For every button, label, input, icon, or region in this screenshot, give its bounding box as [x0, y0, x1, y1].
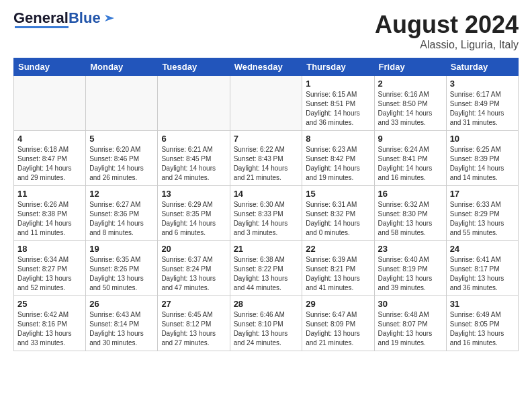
col-monday: Monday [86, 58, 158, 76]
logo: GeneralBlue [13, 11, 117, 28]
table-row [230, 76, 302, 131]
day-number: 29 [306, 299, 370, 309]
logo-underline [15, 26, 69, 28]
svg-marker-0 [105, 15, 114, 21]
day-number: 4 [17, 134, 82, 144]
table-row: 3Sunrise: 6:17 AM Sunset: 8:49 PM Daylig… [446, 76, 518, 131]
table-row: 8Sunrise: 6:23 AM Sunset: 8:42 PM Daylig… [302, 131, 374, 186]
day-number: 2 [378, 79, 443, 89]
table-row [14, 76, 86, 131]
day-info: Sunrise: 6:31 AM Sunset: 8:32 PM Dayligh… [306, 200, 370, 238]
calendar-week-row: 25Sunrise: 6:42 AM Sunset: 8:16 PM Dayli… [14, 296, 519, 351]
day-number: 10 [450, 134, 515, 144]
day-number: 17 [450, 189, 515, 199]
day-number: 28 [234, 299, 299, 309]
title-block: August 2024 Alassio, Liguria, Italy [375, 11, 519, 51]
table-row: 28Sunrise: 6:46 AM Sunset: 8:10 PM Dayli… [230, 296, 302, 351]
header: GeneralBlue August 2024 Alassio, Liguria… [13, 11, 519, 51]
table-row [86, 76, 158, 131]
day-info: Sunrise: 6:16 AM Sunset: 8:50 PM Dayligh… [378, 90, 443, 128]
day-number: 16 [378, 189, 443, 199]
table-row: 29Sunrise: 6:47 AM Sunset: 8:09 PM Dayli… [302, 296, 374, 351]
day-number: 3 [450, 79, 515, 89]
day-number: 13 [161, 189, 226, 199]
day-number: 18 [17, 244, 82, 254]
calendar-table: Sunday Monday Tuesday Wednesday Thursday… [13, 58, 519, 351]
table-row: 14Sunrise: 6:30 AM Sunset: 8:33 PM Dayli… [230, 186, 302, 241]
logo-blue: Blue [69, 9, 101, 26]
col-saturday: Saturday [446, 58, 518, 76]
calendar-header-row: Sunday Monday Tuesday Wednesday Thursday… [14, 58, 519, 76]
col-friday: Friday [374, 58, 446, 76]
day-info: Sunrise: 6:25 AM Sunset: 8:39 PM Dayligh… [450, 145, 515, 183]
day-info: Sunrise: 6:38 AM Sunset: 8:22 PM Dayligh… [234, 255, 299, 293]
day-info: Sunrise: 6:47 AM Sunset: 8:09 PM Dayligh… [306, 310, 370, 348]
day-info: Sunrise: 6:24 AM Sunset: 8:41 PM Dayligh… [378, 145, 443, 183]
day-info: Sunrise: 6:17 AM Sunset: 8:49 PM Dayligh… [450, 90, 515, 128]
main-title: August 2024 [375, 11, 519, 39]
table-row: 20Sunrise: 6:37 AM Sunset: 8:24 PM Dayli… [158, 241, 230, 296]
day-info: Sunrise: 6:15 AM Sunset: 8:51 PM Dayligh… [306, 90, 370, 128]
table-row: 16Sunrise: 6:32 AM Sunset: 8:30 PM Dayli… [374, 186, 446, 241]
table-row: 17Sunrise: 6:33 AM Sunset: 8:29 PM Dayli… [446, 186, 518, 241]
day-number: 23 [378, 244, 443, 254]
day-info: Sunrise: 6:43 AM Sunset: 8:14 PM Dayligh… [89, 310, 154, 348]
table-row: 5Sunrise: 6:20 AM Sunset: 8:46 PM Daylig… [86, 131, 158, 186]
table-row: 15Sunrise: 6:31 AM Sunset: 8:32 PM Dayli… [302, 186, 374, 241]
day-number: 20 [161, 244, 226, 254]
calendar-week-row: 11Sunrise: 6:26 AM Sunset: 8:38 PM Dayli… [14, 186, 519, 241]
day-info: Sunrise: 6:39 AM Sunset: 8:21 PM Dayligh… [306, 255, 370, 293]
day-number: 26 [89, 299, 154, 309]
day-number: 24 [450, 244, 515, 254]
table-row: 19Sunrise: 6:35 AM Sunset: 8:26 PM Dayli… [86, 241, 158, 296]
table-row: 12Sunrise: 6:27 AM Sunset: 8:36 PM Dayli… [86, 186, 158, 241]
day-number: 25 [17, 299, 82, 309]
table-row: 24Sunrise: 6:41 AM Sunset: 8:17 PM Dayli… [446, 241, 518, 296]
day-info: Sunrise: 6:45 AM Sunset: 8:12 PM Dayligh… [161, 310, 226, 348]
col-wednesday: Wednesday [230, 58, 302, 76]
day-info: Sunrise: 6:35 AM Sunset: 8:26 PM Dayligh… [89, 255, 154, 293]
day-info: Sunrise: 6:23 AM Sunset: 8:42 PM Dayligh… [306, 145, 370, 183]
day-info: Sunrise: 6:32 AM Sunset: 8:30 PM Dayligh… [378, 200, 443, 238]
col-sunday: Sunday [14, 58, 86, 76]
table-row: 10Sunrise: 6:25 AM Sunset: 8:39 PM Dayli… [446, 131, 518, 186]
day-info: Sunrise: 6:42 AM Sunset: 8:16 PM Dayligh… [17, 310, 82, 348]
calendar-week-row: 1Sunrise: 6:15 AM Sunset: 8:51 PM Daylig… [14, 76, 519, 131]
day-info: Sunrise: 6:20 AM Sunset: 8:46 PM Dayligh… [89, 145, 154, 183]
subtitle: Alassio, Liguria, Italy [375, 39, 519, 51]
day-info: Sunrise: 6:21 AM Sunset: 8:45 PM Dayligh… [161, 145, 226, 183]
table-row: 6Sunrise: 6:21 AM Sunset: 8:45 PM Daylig… [158, 131, 230, 186]
table-row: 21Sunrise: 6:38 AM Sunset: 8:22 PM Dayli… [230, 241, 302, 296]
table-row: 7Sunrise: 6:22 AM Sunset: 8:43 PM Daylig… [230, 131, 302, 186]
logo-text: GeneralBlue [13, 11, 101, 26]
day-number: 7 [234, 134, 299, 144]
day-info: Sunrise: 6:29 AM Sunset: 8:35 PM Dayligh… [161, 200, 226, 238]
calendar-week-row: 4Sunrise: 6:18 AM Sunset: 8:47 PM Daylig… [14, 131, 519, 186]
table-row [158, 76, 230, 131]
day-number: 5 [89, 134, 154, 144]
day-number: 6 [161, 134, 226, 144]
day-info: Sunrise: 6:41 AM Sunset: 8:17 PM Dayligh… [450, 255, 515, 293]
day-number: 31 [450, 299, 515, 309]
day-info: Sunrise: 6:22 AM Sunset: 8:43 PM Dayligh… [234, 145, 299, 183]
day-number: 1 [306, 79, 370, 89]
day-info: Sunrise: 6:48 AM Sunset: 8:07 PM Dayligh… [378, 310, 443, 348]
day-info: Sunrise: 6:18 AM Sunset: 8:47 PM Dayligh… [17, 145, 82, 183]
day-number: 19 [89, 244, 154, 254]
day-number: 11 [17, 189, 82, 199]
table-row: 13Sunrise: 6:29 AM Sunset: 8:35 PM Dayli… [158, 186, 230, 241]
table-row: 23Sunrise: 6:40 AM Sunset: 8:19 PM Dayli… [374, 241, 446, 296]
day-info: Sunrise: 6:33 AM Sunset: 8:29 PM Dayligh… [450, 200, 515, 238]
day-info: Sunrise: 6:27 AM Sunset: 8:36 PM Dayligh… [89, 200, 154, 238]
table-row: 27Sunrise: 6:45 AM Sunset: 8:12 PM Dayli… [158, 296, 230, 351]
table-row: 9Sunrise: 6:24 AM Sunset: 8:41 PM Daylig… [374, 131, 446, 186]
logo-arrow-icon [102, 11, 117, 26]
logo-general: General [13, 9, 69, 26]
table-row: 18Sunrise: 6:34 AM Sunset: 8:27 PM Dayli… [14, 241, 86, 296]
table-row: 30Sunrise: 6:48 AM Sunset: 8:07 PM Dayli… [374, 296, 446, 351]
col-tuesday: Tuesday [158, 58, 230, 76]
col-thursday: Thursday [302, 58, 374, 76]
day-number: 9 [378, 134, 443, 144]
day-info: Sunrise: 6:37 AM Sunset: 8:24 PM Dayligh… [161, 255, 226, 293]
day-info: Sunrise: 6:49 AM Sunset: 8:05 PM Dayligh… [450, 310, 515, 348]
